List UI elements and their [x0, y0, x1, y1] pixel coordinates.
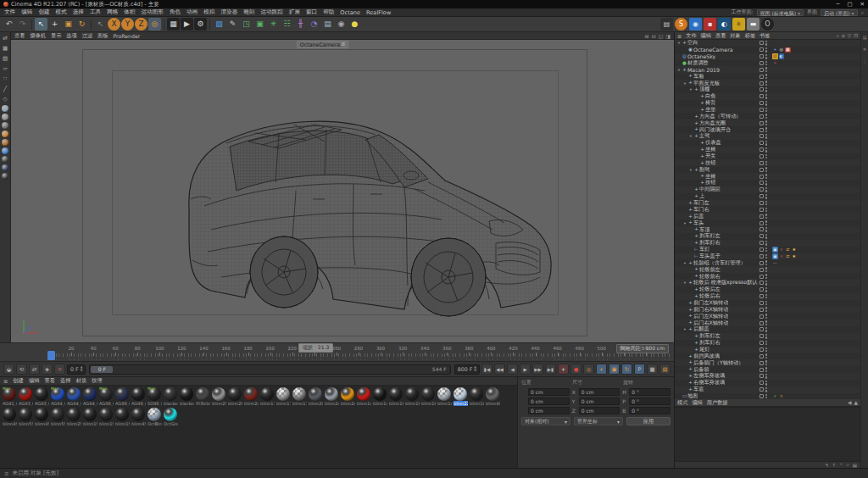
material-thumb[interactable]: blinn1s — [373, 387, 387, 406]
layer-square-icon[interactable] — [760, 341, 764, 345]
render-visibility-dot[interactable] — [765, 283, 767, 285]
material-menu-选择[interactable]: 选择 — [60, 377, 71, 385]
field-menu[interactable]: ✳ — [267, 18, 280, 31]
material-thumb[interactable]: blinn26 — [228, 387, 242, 406]
layer-square-icon[interactable] — [760, 287, 764, 292]
layer-square-icon[interactable] — [760, 221, 764, 225]
editor-visibility-dot[interactable] — [765, 94, 767, 96]
editor-visibility-dot[interactable] — [765, 327, 767, 329]
snap-toggle-button[interactable] — [2, 122, 8, 129]
layer-square-icon[interactable] — [760, 101, 764, 105]
editor-visibility-dot[interactable] — [765, 41, 767, 42]
prev-frame-button[interactable]: ◀ — [507, 364, 518, 375]
align-menu[interactable]: ╫ — [294, 18, 307, 31]
record-pla-button[interactable]: ▦ — [647, 364, 658, 375]
dock-tab-icon[interactable]: ≡ — [863, 47, 866, 52]
lock-z-axis[interactable]: Z — [135, 18, 147, 31]
quantize-button[interactable] — [2, 147, 8, 154]
layer-square-icon[interactable] — [760, 208, 764, 212]
render-visibility-dot[interactable] — [765, 90, 767, 92]
viewport-menu-ProRender[interactable]: ProRender — [113, 33, 140, 39]
visibility-toggles[interactable] — [760, 241, 772, 246]
editor-visibility-dot[interactable] — [765, 247, 767, 249]
toggle-a-button[interactable] — [2, 156, 8, 163]
render-visibility-dot[interactable] — [765, 157, 767, 158]
render-visibility-dot[interactable] — [765, 84, 767, 86]
editor-visibility-dot[interactable] — [765, 161, 767, 163]
material-thumb[interactable]: AG94_C — [67, 387, 81, 406]
arrows-tag-icon[interactable]: ⇄ — [785, 253, 791, 259]
editor-visibility-dot[interactable] — [765, 194, 767, 196]
tree-row-材质调整[interactable]: ●材质调整× — [675, 60, 860, 67]
x-tag-icon[interactable]: × — [779, 247, 785, 253]
editor-visibility-dot[interactable] — [765, 61, 767, 63]
am-footer-icon-1[interactable]: ↑ — [832, 463, 836, 468]
editor-visibility-dot[interactable] — [765, 174, 767, 175]
editor-visibility-dot[interactable] — [765, 381, 767, 382]
simulate-menu[interactable]: ◔ — [308, 18, 320, 31]
om-menu-查看[interactable]: 查看 — [715, 32, 726, 40]
visibility-toggles[interactable] — [760, 394, 772, 399]
visibility-toggles[interactable] — [760, 181, 772, 186]
material-thumb[interactable]: blinn2S — [67, 408, 81, 426]
sun-tag-icon[interactable]: ▧ — [772, 53, 778, 59]
am-menu-编辑[interactable]: 编辑 — [692, 399, 702, 407]
coord-system-toggle[interactable]: ◎ — [148, 18, 161, 31]
material-thumb[interactable]: blinn16 — [421, 387, 436, 406]
render-visibility-dot[interactable] — [765, 64, 767, 65]
render-visibility-dot[interactable] — [765, 397, 767, 398]
editor-visibility-dot[interactable] — [765, 387, 767, 389]
layer-square-icon[interactable] — [760, 334, 764, 338]
render-visibility-dot[interactable] — [765, 324, 767, 325]
visibility-toggles[interactable] — [760, 360, 772, 365]
visibility-toggles[interactable] — [760, 174, 772, 179]
visibility-toggles[interactable] — [760, 67, 772, 72]
visibility-toggles[interactable] — [760, 320, 772, 325]
visibility-toggles[interactable] — [760, 47, 772, 53]
menu-渲染器[interactable]: 渲染器 — [220, 8, 237, 16]
material-thumb[interactable]: AG91_CMax — [3, 387, 17, 406]
layer-square-icon[interactable] — [760, 181, 764, 185]
visibility-toggles[interactable] — [760, 87, 772, 92]
visibility-toggles[interactable] — [760, 341, 772, 346]
render-visibility-dot[interactable] — [765, 390, 767, 392]
active-camera-label[interactable]: OctaneCamera⚿ — [297, 41, 349, 48]
render-view-button[interactable]: ▦ — [167, 18, 180, 31]
render-visibility-dot[interactable] — [765, 224, 767, 225]
layer-square-icon[interactable] — [760, 81, 764, 86]
render-visibility-dot[interactable] — [765, 117, 767, 119]
record-parameter-button[interactable]: P — [634, 364, 645, 375]
next-frame-button[interactable]: ▶▶ — [532, 364, 543, 375]
layer-square-icon[interactable] — [760, 161, 764, 165]
visibility-toggles[interactable] — [760, 74, 772, 79]
timeline-ruler[interactable]: 缩放 : 21.3 网格间距 : 100 cm 2040608010012014… — [0, 342, 674, 361]
octane-hdri-button[interactable]: ▬ — [747, 18, 760, 31]
layer-square-icon[interactable] — [760, 94, 764, 98]
visibility-toggles[interactable] — [760, 294, 772, 299]
workplane-snap-button[interactable] — [2, 139, 8, 146]
editor-visibility-dot[interactable] — [765, 314, 767, 315]
move-tool[interactable]: + — [48, 18, 61, 31]
layer-square-icon[interactable] — [760, 254, 764, 258]
film-tag-icon[interactable]: ▦ — [785, 47, 791, 53]
render-visibility-dot[interactable] — [765, 210, 767, 212]
layer-square-icon[interactable] — [760, 368, 764, 372]
visibility-toggles[interactable] — [760, 307, 772, 312]
lock-x-axis[interactable]: X — [108, 18, 120, 31]
menu-雕刻[interactable]: 雕刻 — [243, 8, 254, 16]
x-tag-icon[interactable]: × — [772, 60, 778, 66]
mute-button[interactable]: ✕ — [54, 364, 65, 375]
redo-button[interactable]: ↷ — [16, 18, 29, 31]
layer-square-icon[interactable] — [760, 87, 764, 92]
editor-visibility-dot[interactable] — [765, 208, 767, 209]
render-visibility-dot[interactable] — [765, 264, 767, 265]
visibility-toggles[interactable] — [760, 314, 772, 319]
menu-网格[interactable]: 网格 — [107, 8, 118, 16]
material-thumb[interactable]: blinn17 — [276, 387, 291, 406]
layer-square-icon[interactable] — [760, 201, 764, 205]
material-thumb[interactable]: AG93_C — [35, 387, 49, 406]
layer-square-icon[interactable] — [760, 327, 764, 331]
material-thumb[interactable]: blackex — [164, 387, 178, 406]
substance-button[interactable]: S — [675, 18, 687, 31]
editor-visibility-dot[interactable] — [765, 147, 767, 149]
